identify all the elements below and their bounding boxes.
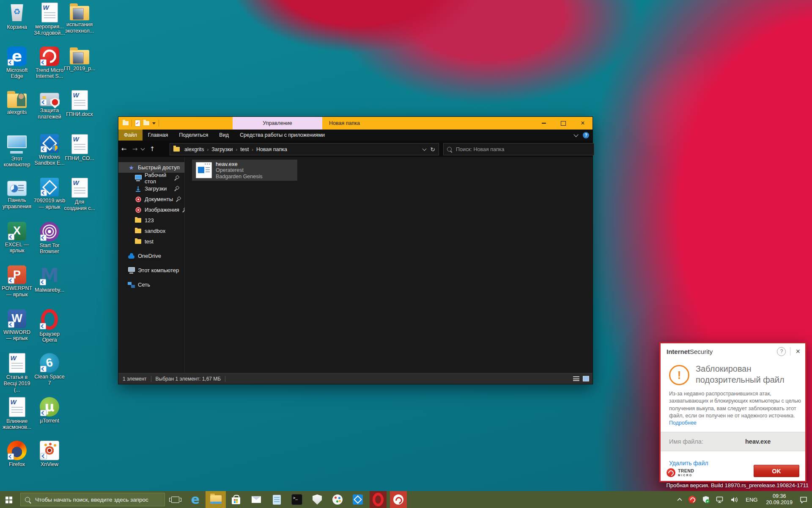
volume-tray-icon[interactable] xyxy=(728,491,741,508)
desktop-icon-control-panel[interactable]: Панель управления xyxy=(1,178,33,210)
nav-item-downloads[interactable]: Загрузки xyxy=(118,183,184,194)
desktop-icon-excel-shortcut[interactable]: EXCEL — ярлык xyxy=(1,222,33,254)
menu-item-app-tools[interactable]: Средства работы с приложениями xyxy=(234,130,330,141)
properties-icon[interactable] xyxy=(135,120,140,127)
show-hidden-icons-chevron[interactable] xyxy=(675,491,685,508)
shortcut-arrow-icon xyxy=(40,410,47,416)
breadcrumb-item[interactable]: test xyxy=(239,146,250,152)
desktop-icon-utorrent[interactable]: µTorrent xyxy=(33,397,66,424)
minimize-button[interactable] xyxy=(534,117,554,130)
desktop-icon-tor-browser[interactable]: Start Tor Browser xyxy=(33,222,66,255)
taskbar-app-explorer[interactable] xyxy=(206,491,226,508)
start-button[interactable] xyxy=(0,491,20,508)
nav-item-folder-sandbox[interactable]: sandbox xyxy=(118,226,184,236)
separator xyxy=(790,347,790,356)
taskbar-app-store[interactable] xyxy=(226,491,246,508)
desktop-icon-firefox[interactable]: Firefox xyxy=(1,441,33,468)
desktop-icon-opera-browser[interactable]: Браузер Opera xyxy=(33,309,66,344)
desktop-icon-meropriya-doc[interactable]: мероприя... 34.годовой... xyxy=(33,3,66,36)
desktop-icon-xnview[interactable]: XnView xyxy=(33,441,66,468)
taskbar-app-notes[interactable] xyxy=(266,491,287,508)
address-dropdown-chevron-icon[interactable] xyxy=(422,147,427,151)
nav-item-desktop[interactable]: Рабочий стол xyxy=(118,173,184,183)
taskbar-search[interactable] xyxy=(20,493,165,506)
taskbar-app-trendmicro[interactable] xyxy=(388,491,409,508)
windows-security-tray-icon[interactable] xyxy=(700,491,712,508)
task-view-button[interactable] xyxy=(165,491,185,508)
taskbar-app-sandbox[interactable] xyxy=(348,491,368,508)
taskbar-app-mail[interactable] xyxy=(246,491,266,508)
desktop-icon-ispytaniya-folder[interactable]: испытания экотехнол... xyxy=(63,3,96,34)
search-input[interactable] xyxy=(455,146,590,153)
nav-item-quick-access[interactable]: Быстрый доступ xyxy=(118,162,184,173)
desktop-icon-gp-2019-folder[interactable]: ГП_2019_р... xyxy=(63,47,96,72)
taskbar-app-opera[interactable] xyxy=(368,491,388,508)
desktop-icon-dlya-sozdaniya-doc[interactable]: Для создания с... xyxy=(63,178,96,212)
details-link[interactable]: Подробнее xyxy=(669,420,697,426)
dialog-close-icon[interactable]: × xyxy=(795,348,801,355)
maximize-button[interactable] xyxy=(554,117,573,130)
desktop-icon-recycle-bin[interactable]: Корзина xyxy=(1,3,33,30)
taskbar-app-edge[interactable] xyxy=(185,491,206,508)
desktop-icon-windows-sandbox[interactable]: Windows Sandbox E... xyxy=(33,134,66,167)
close-button[interactable]: × xyxy=(573,117,593,130)
clock[interactable]: 09:36 20.09.2019 xyxy=(763,491,796,508)
nav-item-folder-test[interactable]: test xyxy=(118,236,184,247)
desktop-icon-alexgrits-folder[interactable]: alexgrits xyxy=(1,90,33,116)
taskbar-app-defender[interactable] xyxy=(307,491,327,508)
explorer-search[interactable] xyxy=(443,143,594,155)
nav-item-this-pc[interactable]: Этот компьютер xyxy=(118,265,184,276)
back-button[interactable]: ← xyxy=(118,145,129,153)
desktop-icon-statya-doc[interactable]: Статья в Весцi 2019 (... xyxy=(1,353,33,393)
nav-item-documents[interactable]: Документы xyxy=(118,194,184,204)
desktop-icon-microsoft-edge[interactable]: Microsoft Edge xyxy=(1,47,33,80)
network-tray-icon[interactable] xyxy=(714,491,727,508)
desktop-icon-image xyxy=(8,222,26,240)
desktop-icon-this-pc[interactable]: Этот компьютер xyxy=(1,134,33,168)
nav-item-folder-123[interactable]: 123 xyxy=(118,215,184,226)
dialog-help-icon[interactable]: ? xyxy=(777,347,786,356)
desktop-icon-winword-shortcut[interactable]: WINWORD — ярлык xyxy=(1,309,33,342)
taskbar-app-paint[interactable] xyxy=(327,491,348,508)
desktop-icon-malwarebytes[interactable]: Malwareby... xyxy=(33,265,66,293)
desktop-icon-vliyanie-doc[interactable]: Влияние жасмонов... xyxy=(1,397,33,431)
desktop-icon-powerpnt-shortcut[interactable]: POWERPNT — ярлык xyxy=(1,265,33,298)
desktop-icon-clean-space-7[interactable]: Clean Space 7 xyxy=(33,353,66,387)
language-indicator[interactable]: ENG xyxy=(742,491,761,508)
help-icon[interactable]: ? xyxy=(583,132,589,138)
desktop-icon-gpni-so-doc[interactable]: ГПНИ_СО... xyxy=(63,134,96,162)
menu-item-file[interactable]: Файл xyxy=(118,130,143,141)
breadcrumb-item[interactable]: Загрузки xyxy=(210,146,234,152)
large-icons-view-button[interactable] xyxy=(583,376,589,381)
build-watermark: Пробная версия. Build 18970.rs_prereleas… xyxy=(666,482,809,489)
breadcrumb-item[interactable]: alexgrits xyxy=(183,146,206,152)
expand-ribbon-chevron-icon[interactable] xyxy=(573,132,578,137)
details-view-button[interactable] xyxy=(573,376,579,381)
menu-item-share[interactable]: Поделиться xyxy=(173,130,214,141)
address-bar[interactable]: alexgritsЗагрузкиtestНовая папка ↻ xyxy=(170,143,439,155)
refresh-icon[interactable]: ↻ xyxy=(430,146,435,153)
desktop-icon-wsb-shortcut[interactable]: 7092019.wsb — ярлык xyxy=(33,178,66,210)
recent-locations-chevron-icon[interactable] xyxy=(141,146,145,151)
file-item-heav-exe[interactable]: heav.exe Operaterest Badgarden Genesis xyxy=(192,160,297,181)
customize-toolbar-chevron-icon[interactable] xyxy=(152,122,156,124)
nav-item-pictures[interactable]: Изображения xyxy=(118,204,184,215)
forward-button[interactable]: → xyxy=(129,145,140,153)
taskbar-search-input[interactable] xyxy=(34,496,160,503)
breadcrumb-item[interactable]: Новая папка xyxy=(255,146,289,152)
ok-button[interactable]: OK xyxy=(754,465,799,477)
nav-item-onedrive[interactable]: OneDrive xyxy=(118,251,184,261)
menu-item-home[interactable]: Главная xyxy=(143,130,174,141)
desktop-icon-trend-micro-internet-security[interactable]: Trend Micro Internet S... xyxy=(33,47,66,80)
taskbar-app-cmd[interactable] xyxy=(287,491,307,508)
action-center-icon[interactable] xyxy=(798,491,809,508)
menu-item-view[interactable]: Вид xyxy=(214,130,234,141)
nav-item-network[interactable]: Сеть xyxy=(118,279,184,290)
ribbon-context-tab-manage[interactable]: Управление xyxy=(233,117,322,130)
up-button[interactable]: ↑ xyxy=(147,145,158,153)
trend-micro-tray-icon[interactable] xyxy=(686,491,698,508)
desktop-icon-gpni-docx[interactable]: ГПНИ.docx xyxy=(63,90,96,118)
desktop-icon-zashchita-platezhey[interactable]: Защита платежей xyxy=(33,90,66,120)
new-folder-icon[interactable] xyxy=(143,121,149,125)
shortcut-arrow-icon xyxy=(41,190,47,196)
